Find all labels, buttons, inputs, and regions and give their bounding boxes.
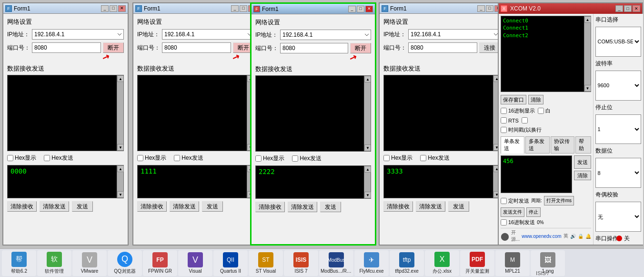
- ip-input-2[interactable]: [162, 29, 254, 40]
- minimize-btn-1[interactable]: _: [101, 5, 109, 12]
- taskbar-isis7[interactable]: ISIS ISIS 7: [284, 250, 318, 276]
- taskbar-flymcu[interactable]: ✈ FlyMcu.exe: [354, 250, 389, 276]
- taskbar-excel[interactable]: X 办公.xlsx: [425, 250, 459, 276]
- xcom-minimize-btn[interactable]: _: [615, 5, 623, 12]
- xcom-save-btn[interactable]: 保存窗口: [501, 95, 526, 104]
- scroll-up-1[interactable]: ▲: [117, 75, 124, 82]
- xcom-scroll-down[interactable]: ▼: [584, 85, 591, 92]
- tab-help[interactable]: 帮助: [575, 136, 591, 154]
- clear-recv-btn-3[interactable]: 清除接收: [255, 202, 285, 212]
- taskbar-qqbrowser[interactable]: Q QQ浏览器: [108, 250, 142, 276]
- minimize-btn-2[interactable]: _: [231, 5, 239, 12]
- close-btn-3[interactable]: ✕: [365, 6, 373, 12]
- send-display-2: ▲ ▼ 1111: [137, 165, 254, 198]
- scroll-down-3[interactable]: ▼: [364, 144, 371, 151]
- maximize-btn-3[interactable]: □: [357, 6, 364, 12]
- xcom-maximize-btn[interactable]: □: [624, 5, 632, 12]
- hex-send-check-2[interactable]: Hex发送: [174, 154, 203, 162]
- maximize-btn-1[interactable]: □: [110, 5, 117, 12]
- hex16-show-check[interactable]: 16进制显示: [501, 107, 535, 114]
- scroll-up-send-3[interactable]: ▲: [364, 166, 371, 173]
- xcom-clear-btn[interactable]: 清除: [528, 95, 543, 104]
- clear-recv-btn-1[interactable]: 清除接收: [7, 201, 37, 212]
- minimize-btn-4[interactable]: _: [477, 5, 485, 12]
- period-label: 周期:: [531, 197, 542, 204]
- tab-multi[interactable]: 多条发送: [525, 136, 549, 154]
- excel-label: 办公.xlsx: [426, 268, 458, 275]
- taskbar-helper[interactable]: 帮 帮助6.2: [2, 250, 36, 276]
- timestamp-check[interactable]: 时间戳(以换行: [501, 126, 591, 133]
- close-btn-1[interactable]: ✕: [118, 5, 126, 12]
- scroll-down-send-3[interactable]: ▼: [364, 192, 371, 198]
- port-select[interactable]: COM5:USB-SERIAL: [595, 27, 641, 57]
- taskbar-quartus[interactable]: QII Quartus II: [213, 250, 248, 276]
- tab-single[interactable]: 单条发送: [501, 136, 524, 154]
- taskbar-pdf[interactable]: PDF 开关量监测: [460, 250, 494, 276]
- clear-send-btn-1[interactable]: 清除发送: [40, 201, 69, 212]
- xcom-send-btn[interactable]: 发送: [574, 155, 591, 169]
- data-select[interactable]: 8: [595, 158, 641, 188]
- hex-send-check-3[interactable]: Hex发送: [292, 154, 321, 163]
- hex-send-check-1[interactable]: Hex发送: [44, 154, 73, 162]
- send-btn-2[interactable]: 发送: [202, 201, 223, 212]
- lang-btn[interactable]: 英: [564, 233, 568, 239]
- taskbar-stvisual[interactable]: ST ST Visual: [249, 250, 283, 276]
- port-input-4[interactable]: [408, 42, 477, 53]
- clear-send-btn-4[interactable]: 清除发送: [416, 201, 445, 212]
- hex-display-check-1[interactable]: Hex显示: [7, 154, 36, 162]
- stop-btn[interactable]: 停止: [526, 207, 541, 217]
- scroll-up-3[interactable]: ▲: [364, 76, 371, 82]
- clear-recv-btn-4[interactable]: 清除接收: [383, 201, 413, 212]
- send-btn-4[interactable]: 发送: [448, 201, 469, 212]
- xcom-scroll-up[interactable]: ▲: [584, 16, 591, 23]
- xcom-send-area[interactable]: 456: [501, 155, 572, 193]
- port-input-2[interactable]: [162, 42, 231, 53]
- hex-send-check-4[interactable]: Hex发送: [420, 154, 449, 162]
- timed-send-check[interactable]: 定时发送: [501, 197, 529, 205]
- tab-protocol[interactable]: 协议传输: [551, 136, 574, 154]
- stop-select[interactable]: 1: [595, 114, 641, 144]
- scroll-down-send-1[interactable]: ▼: [117, 191, 124, 198]
- baud-select[interactable]: 9600: [595, 71, 641, 101]
- form-window-1: F Form1 _ □ ✕ 网络设置 IP地址： 端口号： 断开 ↗: [2, 2, 129, 246]
- connect-btn-4[interactable]: 连接: [479, 42, 500, 53]
- send-btn-3[interactable]: 发送: [320, 202, 341, 212]
- ip-input-1[interactable]: [32, 29, 124, 40]
- ip-input-3[interactable]: [280, 30, 371, 40]
- minimize-btn-3[interactable]: _: [348, 6, 356, 12]
- hex-display-check-2[interactable]: Hex显示: [137, 154, 166, 162]
- maximize-btn-2[interactable]: □: [240, 5, 247, 12]
- taskbar-tftpd32[interactable]: tftp tftpd32.exe: [390, 250, 424, 276]
- send-file-btn[interactable]: 发送文件: [501, 207, 524, 217]
- open-file-btn[interactable]: 打开文件ms: [544, 196, 574, 205]
- scroll-up-send-1[interactable]: ▲: [117, 165, 124, 172]
- taskbar-fpwin[interactable]: FP FPWIN GR: [143, 250, 177, 276]
- hex16-send-check[interactable]: 16进制发送: [501, 219, 535, 226]
- taskbar-mpl21[interactable]: M MPL21: [495, 250, 530, 276]
- checkbox2[interactable]: [522, 117, 528, 123]
- rts-check[interactable]: RTS: [501, 117, 519, 123]
- visual-label: Visual: [180, 268, 211, 274]
- send-value-3: 2222: [256, 166, 371, 177]
- ip-input-4[interactable]: [408, 29, 500, 40]
- port-input-1[interactable]: [32, 42, 101, 53]
- taskbar-visual[interactable]: V Visual: [178, 250, 212, 276]
- xcom-close-btn[interactable]: ✕: [633, 5, 640, 12]
- clear-recv-btn-2[interactable]: 清除接收: [137, 201, 167, 212]
- taskbar-modbus[interactable]: ModBus ModBus.../RTU: [319, 250, 353, 276]
- parity-select[interactable]: 无: [595, 202, 641, 232]
- maximize-btn-4[interactable]: □: [486, 5, 493, 12]
- hex-display-check-3[interactable]: Hex显示: [255, 154, 284, 163]
- modbus-label: ModBus.../RTU: [321, 268, 352, 274]
- scroll-down-1[interactable]: ▼: [117, 144, 124, 151]
- xcom-clear-send-btn[interactable]: 清除: [574, 171, 591, 180]
- port-input-3[interactable]: [280, 43, 348, 53]
- send-btn-1[interactable]: 发送: [72, 201, 93, 212]
- hex-display-check-4[interactable]: Hex显示: [383, 154, 413, 162]
- clear-send-btn-3[interactable]: 清除发送: [288, 202, 317, 212]
- taskbar-vmware[interactable]: V VMware: [72, 250, 107, 276]
- taskbar-softmgr[interactable]: 软 软件管理: [37, 250, 71, 276]
- white-bg-check[interactable]: 白: [538, 107, 551, 114]
- visual-icon: V: [188, 252, 203, 267]
- clear-send-btn-2[interactable]: 清除发送: [170, 201, 199, 212]
